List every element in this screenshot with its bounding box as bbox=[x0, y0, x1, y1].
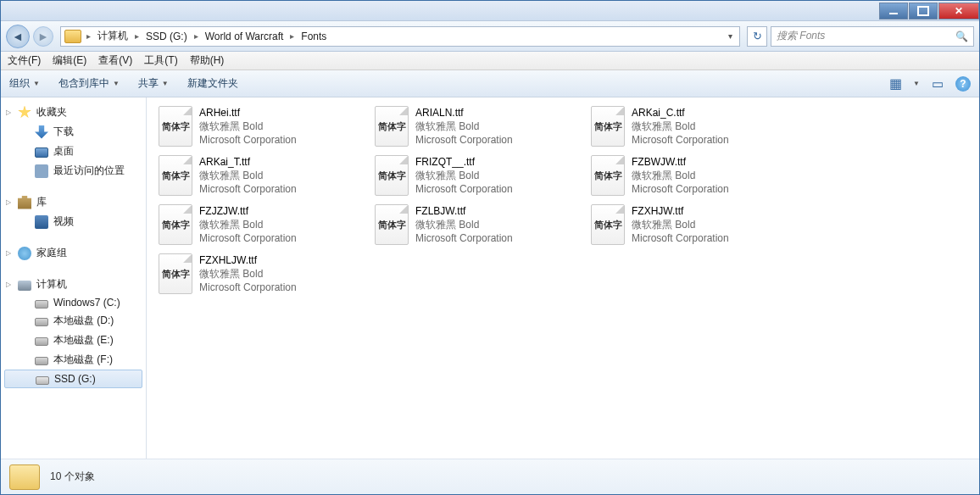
include-in-library-button[interactable]: 包含到库中▼ bbox=[58, 76, 120, 91]
file-item[interactable]: 简体字 ARHei.ttf 微软雅黑 Bold Microsoft Corpor… bbox=[155, 103, 371, 152]
sidebar-drive-f[interactable]: 本地磁盘 (F:) bbox=[1, 350, 146, 370]
file-name: ARIALN.ttf bbox=[415, 106, 513, 120]
nav-bar: ◄ ► ▸ 计算机 ▸ SSD (G:) ▸ World of Warcraft… bbox=[1, 21, 979, 52]
file-name: FZXHJW.ttf bbox=[632, 204, 729, 218]
font-file-icon: 简体字 bbox=[591, 155, 625, 196]
file-info: FZXHJW.ttf 微软雅黑 Bold Microsoft Corporati… bbox=[632, 204, 729, 245]
drive-icon bbox=[36, 376, 49, 385]
video-icon bbox=[35, 215, 48, 229]
font-file-icon: 简体字 bbox=[159, 106, 192, 147]
preview-pane-icon[interactable] bbox=[930, 76, 945, 92]
file-info: FRIZQT__.ttf 微软雅黑 Bold Microsoft Corpora… bbox=[415, 155, 513, 196]
crumb-folder[interactable]: World of Warcraft bbox=[200, 27, 289, 46]
nav-pane: 收藏夹 下载 桌面 最近访问的位置 库 视频 家庭组 计算机 Windows7 … bbox=[1, 97, 147, 459]
address-dropdown-icon[interactable]: ▾ bbox=[721, 31, 739, 41]
forward-button[interactable]: ► bbox=[33, 26, 53, 47]
file-list[interactable]: 简体字 ARHei.ttf 微软雅黑 Bold Microsoft Corpor… bbox=[147, 97, 979, 459]
folder-icon bbox=[64, 30, 81, 43]
file-info: ARHei.ttf 微软雅黑 Bold Microsoft Corporatio… bbox=[199, 106, 297, 147]
file-subtitle: 微软雅黑 Bold bbox=[199, 169, 297, 182]
sidebar-favorites[interactable]: 收藏夹 bbox=[1, 103, 146, 122]
folder-icon bbox=[9, 464, 40, 490]
menu-edit[interactable]: 编辑(E) bbox=[53, 53, 86, 68]
menu-bar: 文件(F) 编辑(E) 查看(V) 工具(T) 帮助(H) bbox=[1, 52, 979, 70]
organize-button[interactable]: 组织▼ bbox=[9, 76, 40, 91]
sidebar-drive-c[interactable]: Windows7 (C:) bbox=[1, 294, 146, 311]
font-file-icon: 简体字 bbox=[159, 204, 192, 245]
file-item[interactable]: 简体字 ARKai_T.ttf 微软雅黑 Bold Microsoft Corp… bbox=[155, 152, 371, 201]
new-folder-button[interactable]: 新建文件夹 bbox=[187, 76, 238, 91]
sidebar-drive-d[interactable]: 本地磁盘 (D:) bbox=[1, 311, 146, 331]
help-icon[interactable]: ? bbox=[955, 76, 971, 92]
refresh-button[interactable]: ↻ bbox=[747, 26, 767, 47]
file-subtitle: 微软雅黑 Bold bbox=[632, 169, 729, 182]
sidebar-homegroup[interactable]: 家庭组 bbox=[1, 243, 146, 263]
menu-tools[interactable]: 工具(T) bbox=[144, 53, 177, 68]
desktop-icon bbox=[35, 147, 48, 158]
computer-icon bbox=[18, 281, 31, 291]
sidebar-downloads[interactable]: 下载 bbox=[1, 122, 146, 142]
star-icon bbox=[18, 106, 31, 120]
font-file-icon: 简体字 bbox=[375, 155, 409, 196]
status-count: 10 个对象 bbox=[50, 470, 95, 484]
file-info: ARIALN.ttf 微软雅黑 Bold Microsoft Corporati… bbox=[415, 106, 513, 147]
crumb-sep-icon: ▸ bbox=[133, 31, 141, 41]
file-item[interactable]: 简体字 FZXHLJW.ttf 微软雅黑 Bold Microsoft Corp… bbox=[155, 250, 371, 299]
file-subtitle: 微软雅黑 Bold bbox=[199, 267, 297, 281]
file-info: ARKai_C.ttf 微软雅黑 Bold Microsoft Corporat… bbox=[632, 106, 729, 147]
search-icon: 🔍 bbox=[955, 31, 968, 42]
homegroup-icon bbox=[18, 247, 31, 260]
file-info: ARKai_T.ttf 微软雅黑 Bold Microsoft Corporat… bbox=[199, 155, 297, 196]
sidebar-drive-g[interactable]: SSD (G:) bbox=[4, 370, 142, 388]
crumb-computer[interactable]: 计算机 bbox=[92, 27, 133, 46]
menu-help[interactable]: 帮助(H) bbox=[190, 53, 225, 68]
minimize-button[interactable] bbox=[879, 3, 908, 19]
sidebar-desktop[interactable]: 桌面 bbox=[1, 142, 146, 161]
font-file-icon: 简体字 bbox=[159, 155, 192, 196]
share-button[interactable]: 共享▼ bbox=[138, 76, 169, 91]
maximize-button[interactable] bbox=[909, 3, 938, 19]
file-item[interactable]: 简体字 FZBWJW.ttf 微软雅黑 Bold Microsoft Corpo… bbox=[587, 152, 804, 201]
file-item[interactable]: 简体字 FZXHJW.ttf 微软雅黑 Bold Microsoft Corpo… bbox=[587, 201, 804, 250]
crumb-drive[interactable]: SSD (G:) bbox=[141, 27, 192, 46]
menu-view[interactable]: 查看(V) bbox=[98, 53, 132, 68]
file-item[interactable]: 简体字 ARKai_C.ttf 微软雅黑 Bold Microsoft Corp… bbox=[587, 103, 804, 152]
file-item[interactable]: 简体字 FRIZQT__.ttf 微软雅黑 Bold Microsoft Cor… bbox=[371, 152, 587, 201]
file-item[interactable]: 简体字 FZLBJW.ttf 微软雅黑 Bold Microsoft Corpo… bbox=[371, 201, 587, 250]
file-company: Microsoft Corporation bbox=[199, 231, 297, 245]
file-name: FRIZQT__.ttf bbox=[415, 155, 513, 169]
file-item[interactable]: 简体字 ARIALN.ttf 微软雅黑 Bold Microsoft Corpo… bbox=[371, 103, 587, 152]
file-subtitle: 微软雅黑 Bold bbox=[415, 120, 513, 133]
crumb-folder[interactable]: Fonts bbox=[296, 27, 331, 46]
library-icon bbox=[18, 196, 31, 209]
back-button[interactable]: ◄ bbox=[6, 25, 30, 48]
file-name: FZBWJW.ttf bbox=[632, 155, 729, 169]
sidebar-videos[interactable]: 视频 bbox=[1, 212, 146, 231]
search-input[interactable]: 搜索 Fonts 🔍 bbox=[771, 26, 974, 47]
drive-icon bbox=[35, 300, 48, 309]
toolbar: 组织▼ 包含到库中▼ 共享▼ 新建文件夹 ▼ ? bbox=[1, 70, 979, 97]
file-company: Microsoft Corporation bbox=[632, 182, 729, 196]
sidebar-computer[interactable]: 计算机 bbox=[1, 275, 146, 294]
file-info: FZLBJW.ttf 微软雅黑 Bold Microsoft Corporati… bbox=[415, 204, 513, 245]
file-name: FZJZJW.ttf bbox=[199, 204, 297, 218]
status-bar: 10 个对象 bbox=[1, 459, 979, 494]
close-button[interactable] bbox=[938, 3, 979, 19]
file-info: FZJZJW.ttf 微软雅黑 Bold Microsoft Corporati… bbox=[199, 204, 297, 245]
body: 收藏夹 下载 桌面 最近访问的位置 库 视频 家庭组 计算机 Windows7 … bbox=[1, 97, 979, 459]
file-company: Microsoft Corporation bbox=[632, 133, 729, 147]
address-bar[interactable]: ▸ 计算机 ▸ SSD (G:) ▸ World of Warcraft ▸ F… bbox=[60, 26, 740, 47]
file-subtitle: 微软雅黑 Bold bbox=[415, 169, 513, 182]
drive-icon bbox=[35, 357, 48, 365]
sidebar-drive-e[interactable]: 本地磁盘 (E:) bbox=[1, 331, 146, 350]
file-name: ARKai_T.ttf bbox=[199, 155, 297, 169]
sidebar-libraries[interactable]: 库 bbox=[1, 192, 146, 212]
sidebar-recent[interactable]: 最近访问的位置 bbox=[1, 161, 146, 181]
view-options-icon[interactable] bbox=[888, 76, 903, 92]
download-icon bbox=[35, 125, 48, 139]
file-name: FZXHLJW.ttf bbox=[199, 253, 297, 267]
file-item[interactable]: 简体字 FZJZJW.ttf 微软雅黑 Bold Microsoft Corpo… bbox=[155, 201, 371, 250]
file-subtitle: 微软雅黑 Bold bbox=[632, 120, 729, 133]
menu-file[interactable]: 文件(F) bbox=[8, 53, 41, 68]
file-company: Microsoft Corporation bbox=[415, 182, 513, 196]
